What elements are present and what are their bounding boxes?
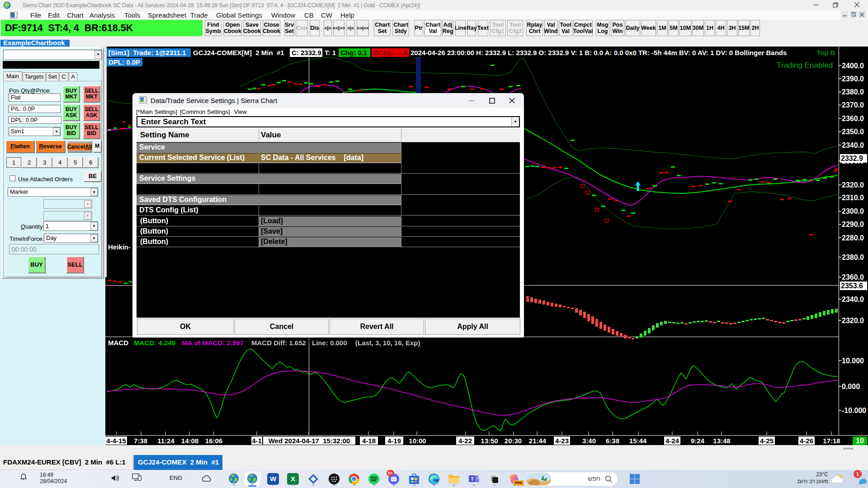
- svg-text:2353.6: 2353.6: [841, 282, 863, 290]
- svg-text:Chg: 0.1: Chg: 0.1: [340, 49, 367, 56]
- svg-text:6:38: 6:38: [606, 437, 619, 445]
- svg-text:GCJ24-COMEX[M] 2 Min #1: GCJ24-COMEX[M] 2 Min #1: [193, 49, 284, 56]
- svg-text:10.000: 10.000: [842, 357, 864, 365]
- svg-text:MACD: MACD: [108, 339, 128, 347]
- svg-text:2310.0: 2310.0: [842, 194, 864, 202]
- svg-text:[Sim1] Trade: 1@2311.1: [Sim1] Trade: 1@2311.1: [108, 49, 186, 56]
- svg-text:21:44: 21:44: [529, 437, 547, 445]
- svg-text:11:24: 11:24: [157, 437, 175, 445]
- svg-text:2400.0: 2400.0: [842, 62, 864, 70]
- svg-text:2024-04-26 23:00:00 H: 2332.9: 2024-04-26 23:00:00 H: 2332.9 L: 2332.9 …: [410, 49, 787, 56]
- svg-text:2360.0: 2360.0: [842, 273, 864, 281]
- svg-text:4-23: 4-23: [555, 437, 569, 445]
- svg-text:10:00: 10:00: [409, 437, 426, 445]
- svg-text:10: 10: [856, 437, 864, 445]
- svg-text:2370.0: 2370.0: [842, 101, 864, 109]
- svg-text:20:30: 20:30: [505, 437, 522, 445]
- svg-text:2290.0: 2290.0: [842, 221, 864, 228]
- svg-text:16:06: 16:06: [205, 437, 222, 445]
- svg-text:4-4-15: 4-4-15: [106, 437, 126, 445]
- svg-text:4-1: 4-1: [252, 437, 262, 445]
- svg-text:DChg: -1.9: DChg: -1.9: [373, 49, 407, 56]
- svg-text:2390.0: 2390.0: [842, 75, 864, 83]
- svg-text:4-24: 4-24: [665, 437, 679, 445]
- svg-text:3:40: 3:40: [582, 437, 596, 445]
- svg-text:Top B: Top B: [816, 49, 835, 56]
- svg-text:Wed 2024-04-17 15:32:00: Wed 2024-04-17 15:32:00: [269, 437, 350, 445]
- svg-text:4-22: 4-22: [458, 437, 472, 445]
- svg-text:2320.0: 2320.0: [842, 317, 864, 324]
- svg-text:9:24: 9:24: [691, 437, 705, 445]
- svg-text:13:50: 13:50: [481, 437, 498, 445]
- svg-text:2332.9: 2332.9: [841, 155, 863, 162]
- svg-text:2340.0: 2340.0: [842, 141, 864, 149]
- svg-text:C: 2332.9: C: 2332.9: [292, 49, 321, 56]
- svg-text:13:48: 13:48: [713, 437, 730, 445]
- svg-text:17:18: 17:18: [823, 437, 840, 445]
- svg-text:4-26: 4-26: [800, 437, 813, 445]
- svg-text:4-25: 4-25: [760, 437, 774, 445]
- svg-text:2320.0: 2320.0: [842, 181, 864, 189]
- svg-text:T: 1: T: 1: [325, 49, 336, 56]
- svg-text:Line: 0.000: Line: 0.000: [312, 339, 347, 347]
- svg-text:7:38: 7:38: [134, 437, 147, 445]
- svg-text:Heikin-: Heikin-: [108, 243, 131, 251]
- svg-text:2280.0: 2280.0: [842, 234, 864, 242]
- svg-text:2380.0: 2380.0: [842, 88, 864, 96]
- svg-text:-10.000: -10.000: [842, 407, 866, 414]
- svg-text:4-18: 4-18: [362, 437, 376, 445]
- svg-text:DPL: 0.0P: DPL: 0.0P: [108, 58, 140, 66]
- svg-text:2380.0: 2380.0: [842, 253, 864, 261]
- svg-text:MACD Diff: 1.652: MACD Diff: 1.652: [251, 339, 306, 347]
- svg-text:14:08: 14:08: [181, 437, 198, 445]
- svg-text:2350.0: 2350.0: [842, 128, 864, 136]
- svg-text:MA of MACD: 2.597: MA of MACD: 2.597: [182, 339, 244, 347]
- svg-text:Trading Enabled: Trading Enabled: [777, 61, 833, 70]
- svg-text:4-19: 4-19: [387, 437, 401, 445]
- svg-text:2340.0: 2340.0: [842, 296, 864, 303]
- svg-text:MACD: 4.249: MACD: 4.249: [134, 339, 175, 347]
- svg-text:2300.0: 2300.0: [842, 207, 864, 215]
- svg-text:(Last, 3, 10, 16, Exp): (Last, 3, 10, 16, Exp): [355, 339, 420, 347]
- svg-text:2360.0: 2360.0: [842, 115, 864, 122]
- svg-text:T: T: [471, 476, 474, 482]
- svg-text:0.000: 0.000: [842, 383, 860, 390]
- svg-text:15:44: 15:44: [629, 437, 647, 445]
